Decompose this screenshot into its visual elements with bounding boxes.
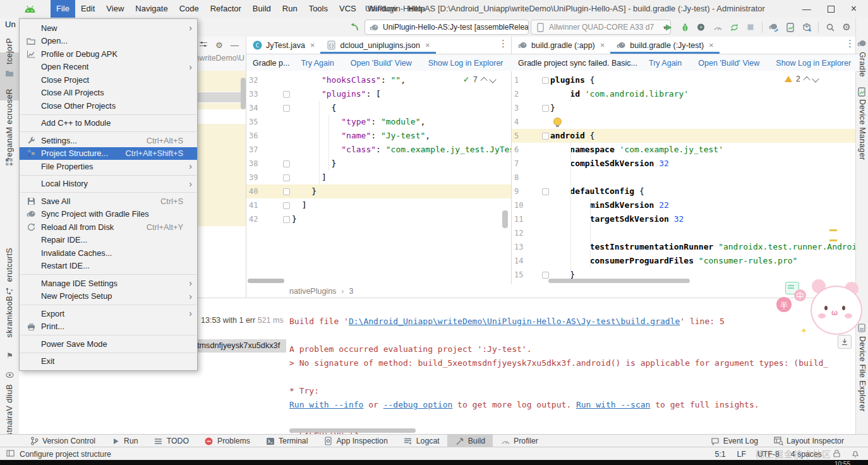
code-line[interactable]: 42} (246, 212, 511, 226)
code-line[interactable]: 37 "class": "com.example.jy_test.JyTest" (246, 143, 511, 157)
editor-tab-jytest-java[interactable]: CJyTest.java× (246, 37, 320, 54)
close-tab-icon[interactable]: × (425, 40, 430, 50)
inspections-widget-right[interactable]: 2 (785, 75, 818, 83)
fold-marker-icon[interactable] (542, 133, 549, 140)
tool-window-button-app-inspection[interactable]: App Inspection (315, 435, 395, 447)
menubar-item-navigate[interactable]: Navigate (130, 0, 173, 18)
close-tab-icon[interactable]: × (600, 40, 605, 50)
left-editor-vscrollbar[interactable] (502, 210, 508, 228)
editor-tab-dcloud-uniplugins-json[interactable]: { }dcloud_uniplugins.json× (320, 37, 435, 54)
menu-item-add-c-to-module[interactable]: Add C++ to Module (20, 117, 197, 130)
tool-window-button-problems[interactable]: Problems (196, 435, 258, 447)
menu-item-settings[interactable]: Settings...Ctrl+Alt+S (20, 134, 197, 147)
tool-window-button-event-log[interactable]: Event Log (702, 435, 766, 447)
build-tree-node[interactable]: tmsdnfjyeysk7xu5dkx3f (196, 339, 286, 353)
left-editor-hscrollbar[interactable] (248, 279, 284, 283)
warning-stripe-mark[interactable] (829, 239, 837, 241)
tool-window-button-logcat[interactable]: Logcat (395, 435, 447, 447)
menu-item-reload-all-from-disk[interactable]: Reload All from DiskCtrl+Alt+Y (20, 220, 197, 234)
fold-marker-icon[interactable] (283, 216, 290, 223)
menu-item-repair-ide[interactable]: Repair IDE... (20, 234, 197, 247)
code-line[interactable]: 34 { (246, 101, 511, 115)
next-problem-icon[interactable] (812, 75, 819, 82)
code-line[interactable]: 13 testInstrumentationRunner "androidx.t… (512, 240, 855, 254)
editor-tab-build-gradle-jy-test[interactable]: build.gradle (:Jy-test)× (610, 37, 719, 54)
code-line[interactable]: 10 minSdkVersion 22 (512, 198, 855, 212)
banner-link-open-build-view[interactable]: Open 'Build' View (698, 59, 759, 68)
menu-item-save-all[interactable]: Save AllCtrl+S (20, 195, 197, 208)
intention-lightbulb-icon[interactable] (553, 118, 562, 126)
debug-button[interactable] (680, 22, 690, 32)
menubar-item-view[interactable]: View (100, 0, 130, 18)
fold-marker-icon[interactable] (542, 188, 549, 195)
console-link[interactable]: D:\Android_Uniapp\writeDemo\UniPlugin-He… (349, 317, 680, 326)
banner-link-show-log[interactable]: Show Log in Explorer (428, 59, 503, 68)
code-line[interactable]: 39 ] (246, 171, 511, 184)
status-line-separator[interactable]: LF (737, 450, 746, 459)
close-tab-icon[interactable]: × (709, 40, 714, 50)
tool-window-button-version-control[interactable]: Version Control (21, 435, 103, 447)
lock-icon[interactable] (833, 449, 840, 459)
scroll-to-end-button[interactable] (838, 335, 852, 349)
menu-item-local-history[interactable]: Local History› (20, 178, 197, 191)
prev-problem-icon[interactable] (480, 77, 487, 84)
project-tree-selected-row[interactable] (196, 92, 246, 102)
code-line[interactable]: 9 defaultConfig { (512, 184, 855, 198)
gradle-sync-button[interactable] (769, 22, 779, 32)
panel-layout-icon[interactable] (6, 450, 15, 459)
prev-problem-icon[interactable] (803, 76, 810, 83)
code-line[interactable]: 5android { (512, 129, 855, 143)
fold-marker-icon[interactable] (283, 174, 290, 181)
menubar-item-refactor[interactable]: Refactor (205, 0, 247, 18)
settings-button[interactable]: ⚙ (841, 22, 852, 32)
code-line[interactable]: 40 } (246, 184, 511, 198)
sidebar-item-bookmarks[interactable]: skramkooB (5, 296, 14, 337)
fold-marker-icon[interactable] (542, 105, 549, 112)
sidebar-item-project[interactable]: tcejorP (5, 38, 14, 64)
device-select[interactable]: Allwinner QUAD-CORE A33 d7 ▾ (531, 20, 671, 35)
console-link[interactable]: Run with --scan (576, 400, 650, 409)
sidebar-item-device-manager[interactable]: Device Manager (858, 99, 867, 160)
minimize-button[interactable]: — (802, 0, 811, 18)
menu-item-exit[interactable]: Exit (20, 355, 197, 368)
apply-changes-button[interactable] (729, 22, 739, 32)
sidebar-item-build-variants[interactable]: stnairaV dliuB (5, 384, 14, 437)
inspections-widget-left[interactable]: ✓ 7 (463, 75, 495, 84)
code-line[interactable]: 8 (512, 171, 855, 184)
menu-item-new[interactable]: New› (20, 21, 197, 35)
banner-link-open-build-view[interactable]: Open 'Build' View (351, 59, 412, 68)
gradle-editor[interactable]: 1plugins {2 id 'com.android.library'3}45… (512, 71, 855, 286)
menu-item-open-recent[interactable]: Open Recent› (20, 61, 197, 74)
menu-item-profile-or-debug-apk[interactable]: Profile or Debug APK (20, 47, 197, 61)
fold-marker-icon[interactable] (283, 91, 290, 98)
code-line[interactable]: 2 id 'com.android.library' (512, 87, 855, 101)
menu-item-open[interactable]: Open... (20, 35, 197, 48)
menu-item-print[interactable]: Print... (20, 320, 197, 334)
close-tab-icon[interactable]: × (310, 40, 315, 50)
menubar-item-file[interactable]: File (51, 0, 75, 18)
menu-item-invalidate-caches[interactable]: Invalidate Caches... (20, 246, 197, 260)
banner-link-try-again[interactable]: Try Again (301, 59, 334, 68)
project-tree[interactable] (196, 71, 246, 298)
banner-link-show-log[interactable]: Show Log in Explorer (776, 59, 851, 68)
banner-link-try-again[interactable]: Try Again (649, 59, 682, 68)
code-line[interactable]: 41 ] (246, 198, 511, 212)
right-editor-hscrollbar[interactable] (548, 279, 690, 283)
notifications-bell-icon[interactable] (852, 449, 859, 459)
menu-item-project-structure[interactable]: Project Structure...Ctrl+Alt+Shift+S (20, 147, 197, 160)
fold-marker-icon[interactable] (283, 202, 290, 209)
fold-marker-icon[interactable] (283, 188, 290, 195)
menu-item-close-all-projects[interactable]: Close All Projects (20, 87, 197, 100)
code-line[interactable]: 35 "type": "module", (246, 115, 511, 129)
project-scrollbar[interactable] (241, 78, 246, 109)
code-line[interactable]: 33 "plugins": [ (246, 87, 511, 101)
menubar-item-vcs[interactable]: VCS (334, 0, 362, 18)
status-caret-position[interactable]: 5:1 (714, 450, 725, 459)
menubar-item-code[interactable]: Code (174, 0, 205, 18)
maximize-button[interactable] (828, 6, 835, 13)
tool-window-button-layout-inspector[interactable]: Layout Inspector (766, 435, 852, 447)
code-line[interactable]: 12 (512, 226, 855, 240)
console-hscrollbar[interactable] (289, 428, 416, 433)
menubar-item-build[interactable]: Build (247, 0, 277, 18)
breadcrumb-item[interactable]: nativePlugins (289, 287, 336, 296)
